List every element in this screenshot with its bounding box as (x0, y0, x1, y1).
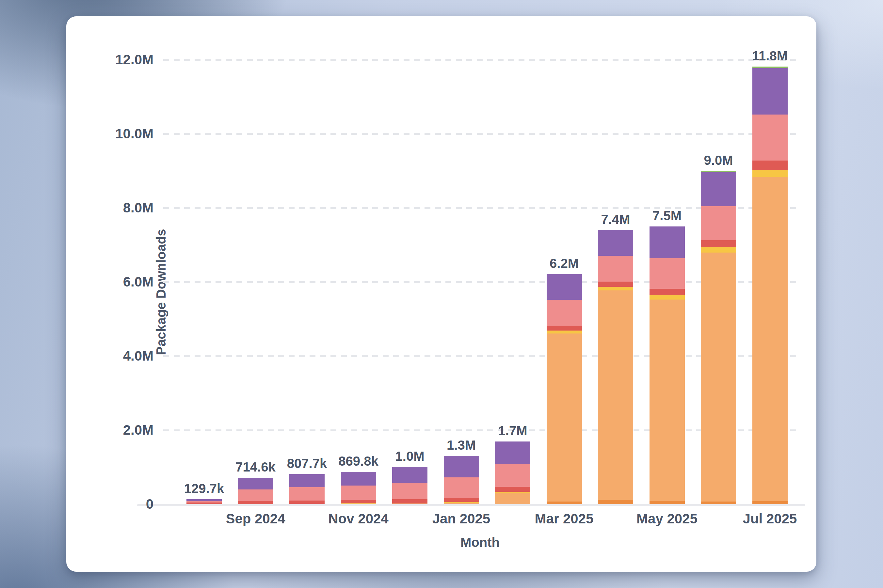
bar-sep-2024-segment-pink[interactable] (238, 489, 273, 501)
bar-sep-2024-segment-purple[interactable] (238, 478, 273, 489)
y-tick-label-2.0M: 2.0M (88, 422, 153, 438)
plot-area: 129.7k714.6k807.7k869.8k1.0M1.3M1.7M6.2M… (163, 49, 797, 504)
bar-oct-2024-segment-purple[interactable] (289, 474, 325, 487)
bar-jul-2025-segment-green[interactable] (752, 67, 788, 68)
bar-jan-2025-segment-red[interactable] (444, 498, 479, 502)
bar-jun-2025-segment-yellow[interactable] (701, 248, 736, 252)
x-axis-baseline (137, 504, 805, 506)
bar-feb-2025-segment-orange[interactable] (495, 494, 530, 504)
bar-jun-2025-segment-orange-dark[interactable] (701, 501, 736, 504)
bar-jul-2025-segment-yellow[interactable] (752, 170, 788, 177)
bar-mar-2025-segment-red[interactable] (547, 326, 582, 330)
x-tick-label-mar-2025: Mar 2025 (512, 511, 617, 526)
bar-aug-2024-segment-purple[interactable] (187, 499, 222, 501)
bar-jan-2025-segment-pink[interactable] (444, 477, 479, 498)
bar-apr-2025-segment-yellow[interactable] (598, 287, 633, 291)
bar-jun-2025-segment-green[interactable] (701, 171, 736, 172)
bar-dec-2024-segment-pink[interactable] (392, 483, 427, 499)
bar-jul-2025-segment-orange[interactable] (752, 177, 788, 501)
bar-may-2025-segment-pink[interactable] (650, 258, 685, 289)
bar-jun-2025-segment-orange[interactable] (701, 252, 736, 501)
bar-jun-2025-segment-purple[interactable] (701, 172, 736, 206)
x-tick-label-nov-2024: Nov 2024 (306, 511, 411, 526)
bar-oct-2024-segment-red[interactable] (289, 501, 325, 504)
bar-total-label-jun-2025: 9.0M (676, 153, 761, 168)
x-tick-label-sep-2024: Sep 2024 (203, 511, 308, 526)
bar-may-2025-segment-orange-dark[interactable] (650, 501, 685, 504)
y-tick-label-0: 0 (88, 496, 153, 512)
bar-total-label-feb-2025: 1.7M (470, 423, 555, 438)
bar-nov-2024-segment-orange[interactable] (341, 504, 376, 504)
bar-total-label-jan-2025: 1.3M (419, 438, 504, 453)
bar-may-2025-segment-purple[interactable] (650, 226, 685, 258)
bar-dec-2024-segment-orange[interactable] (392, 504, 427, 504)
bar-feb-2025-segment-yellow[interactable] (495, 492, 530, 494)
bar-jan-2025-segment-yellow[interactable] (444, 502, 479, 503)
bar-sep-2024-segment-red[interactable] (238, 501, 273, 504)
bar-jan-2025-segment-orange[interactable] (444, 503, 479, 504)
y-tick-label-6.0M: 6.0M (88, 274, 153, 290)
bar-jul-2025-segment-purple[interactable] (752, 68, 788, 114)
bar-jul-2025-segment-red[interactable] (752, 160, 788, 170)
bar-mar-2025-segment-yellow[interactable] (547, 330, 582, 333)
bar-mar-2025-segment-orange-dark[interactable] (547, 501, 582, 504)
bar-oct-2024-segment-pink[interactable] (289, 487, 325, 501)
bar-jul-2025-segment-orange-dark[interactable] (752, 501, 788, 504)
x-tick-label-may-2025: May 2025 (615, 511, 719, 526)
bar-mar-2025-segment-orange[interactable] (547, 333, 582, 501)
bar-dec-2024-segment-red[interactable] (392, 499, 427, 504)
bar-dec-2024-segment-purple[interactable] (392, 467, 427, 483)
x-tick-label-jan-2025: Jan 2025 (409, 511, 514, 526)
bar-apr-2025-segment-red[interactable] (598, 282, 633, 287)
gridline-12.0M (163, 59, 797, 61)
bar-total-label-may-2025: 7.5M (625, 208, 710, 223)
bar-nov-2024-segment-red[interactable] (341, 500, 376, 503)
y-tick-label-4.0M: 4.0M (88, 348, 153, 364)
bar-aug-2024-segment-red[interactable] (187, 502, 222, 504)
bar-feb-2025-segment-red[interactable] (495, 487, 530, 491)
bar-apr-2025-segment-orange[interactable] (598, 290, 633, 500)
bar-aug-2024-segment-pink[interactable] (187, 501, 222, 502)
bar-mar-2025-segment-purple[interactable] (547, 274, 582, 300)
bar-nov-2024-segment-pink[interactable] (341, 486, 376, 500)
bar-jan-2025-segment-purple[interactable] (444, 456, 479, 477)
y-tick-label-10.0M: 10.0M (88, 126, 153, 142)
bar-apr-2025-segment-orange-dark[interactable] (598, 500, 633, 504)
bar-total-label-jul-2025: 11.8M (728, 48, 812, 63)
bar-jul-2025-segment-pink[interactable] (752, 114, 788, 160)
screenshot-root: { "chart_data": { "type": "bar", "stacke… (0, 0, 883, 588)
bar-apr-2025-segment-purple[interactable] (598, 230, 633, 256)
bar-jun-2025-segment-pink[interactable] (701, 206, 736, 240)
x-tick-label-jul-2025: Jul 2025 (718, 511, 822, 526)
x-axis-title: Month (163, 535, 797, 550)
gridline-10.0M (163, 133, 797, 135)
y-tick-label-8.0M: 8.0M (88, 200, 153, 216)
y-tick-label-12.0M: 12.0M (88, 52, 153, 68)
bar-may-2025-segment-red[interactable] (650, 289, 685, 295)
bar-mar-2025-segment-pink[interactable] (547, 300, 582, 326)
bar-feb-2025-segment-pink[interactable] (495, 464, 530, 487)
bar-total-label-mar-2025: 6.2M (522, 256, 607, 271)
bar-may-2025-segment-yellow[interactable] (650, 295, 685, 300)
bar-total-label-aug-2024: 129.7k (162, 481, 247, 496)
bar-feb-2025-segment-purple[interactable] (495, 441, 530, 464)
bar-may-2025-segment-orange[interactable] (650, 300, 685, 501)
bar-apr-2025-segment-pink[interactable] (598, 256, 633, 282)
bar-nov-2024-segment-purple[interactable] (341, 472, 376, 486)
bar-jun-2025-segment-red[interactable] (701, 240, 736, 248)
